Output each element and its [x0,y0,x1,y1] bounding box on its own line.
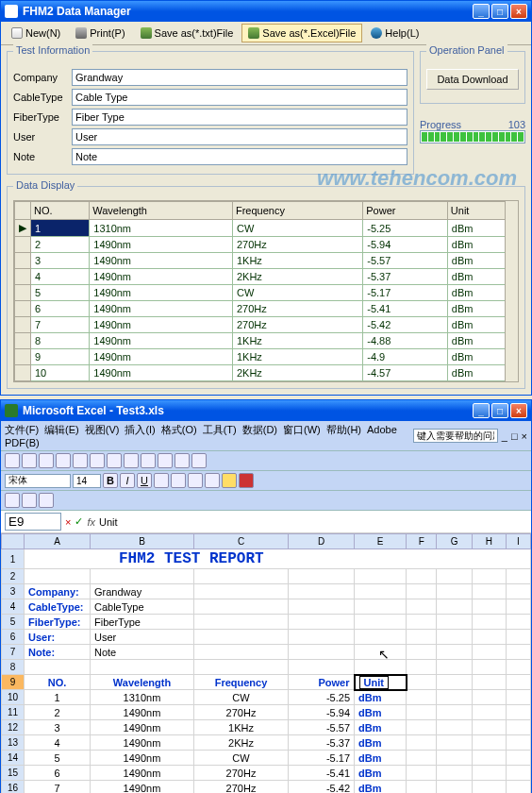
cut-icon[interactable] [73,453,88,468]
table-row[interactable]: 41490nm2KHz-5.37dBm [15,269,518,285]
table-row[interactable]: 5FiberType:FiberType [2,615,531,630]
maximize-button[interactable]: □ [491,403,508,418]
table-row[interactable]: 1231490nm1KHz-5.57dBm [2,720,531,735]
name-box[interactable] [5,513,61,531]
pdf-icon[interactable] [39,493,54,508]
table-row[interactable]: 3Company:Grandway [2,584,531,599]
pdf-icon[interactable] [5,493,20,508]
fill-color-icon[interactable] [222,473,237,488]
menu-item[interactable]: 文件(F) [5,424,39,435]
table-row[interactable]: 8 [2,660,531,675]
data-download-button[interactable]: Data Download [426,69,519,90]
font-color-icon[interactable] [239,473,254,488]
table-row[interactable]: 71490nm270Hz-5.42dBm [15,317,518,333]
fx-icon[interactable]: fx [87,516,95,528]
data-table[interactable]: NO.WavelengthFrequencyPowerUnit ▶11310nm… [14,201,518,381]
new-button[interactable]: New(N) [5,24,67,42]
chart-icon[interactable] [191,453,207,468]
table-row[interactable]: ▶11310nmCW-5.25dBm [15,220,518,237]
cabletype-input[interactable] [72,89,407,106]
doc-max-icon[interactable]: □ [511,430,518,442]
table-row[interactable]: 21490nm270Hz-5.94dBm [15,237,518,253]
copy-icon[interactable] [90,453,105,468]
column-header[interactable]: E [355,534,407,549]
bold-icon[interactable]: B [103,473,118,488]
underline-icon[interactable]: U [137,473,152,488]
save-txt-button[interactable]: Save as(*.txt)File [134,24,241,42]
menu-item[interactable]: 工具(T) [203,424,237,435]
data-header[interactable]: Power [289,675,355,690]
undo-icon[interactable] [124,453,139,468]
menu-item[interactable]: 插入(I) [125,424,155,435]
sort-desc-icon[interactable] [175,453,190,468]
column-header[interactable]: C [194,534,289,549]
menu-item[interactable]: 编辑(E) [44,424,79,435]
column-header[interactable]: Frequency [232,202,362,220]
maximize-button[interactable]: □ [491,4,508,19]
table-row[interactable]: 7Note:Note [2,645,531,660]
print-button[interactable]: Print(P) [69,24,131,42]
worksheet[interactable]: ↖ ABCDEFGHI 1FHM2 TEST REPORT23Company:G… [1,533,531,793]
column-header[interactable]: Wavelength [90,202,233,220]
italic-icon[interactable]: I [120,473,135,488]
minimize-button[interactable]: _ [473,403,490,418]
table-row[interactable]: 31490nm1KHz-5.57dBm [15,253,518,269]
help-search-input[interactable] [413,429,498,443]
data-header[interactable]: NO. [25,675,91,690]
align-left-icon[interactable] [154,473,169,488]
close-button[interactable]: × [510,403,527,418]
sort-asc-icon[interactable] [158,453,173,468]
data-header[interactable]: Frequency [194,675,289,690]
table-row[interactable]: 1671490nm270Hz-5.42dBm [2,781,531,794]
table-row[interactable]: 101490nm2KHz-4.57dBm [15,365,518,381]
column-header[interactable]: NO. [31,202,90,220]
menu-item[interactable]: 帮助(H) [326,424,361,435]
print-icon[interactable] [56,453,71,468]
titlebar[interactable]: Microsoft Excel - Test3.xls _ □ × [1,400,531,421]
vertical-scrollbar[interactable] [505,201,518,381]
pdf-icon[interactable] [22,493,37,508]
column-header[interactable]: A [25,534,91,549]
align-center-icon[interactable] [171,473,186,488]
menu-item[interactable]: 视图(V) [85,424,120,435]
table-row[interactable]: 6User:User [2,630,531,645]
column-header[interactable]: H [472,534,506,549]
table-row[interactable]: 4CableType:CableType [2,599,531,615]
help-button[interactable]: Help(L) [364,24,425,42]
table-row[interactable]: 1341490nm2KHz-5.37dBm [2,735,531,751]
paste-icon[interactable] [107,453,122,468]
table-row[interactable]: 81490nm1KHz-4.88dBm [15,333,518,349]
table-row[interactable]: 1451490nmCW-5.17dBm [2,751,531,766]
font-size-select[interactable] [73,474,101,488]
menu-item[interactable]: 窗口(W) [283,424,321,435]
cancel-icon[interactable]: × [65,516,71,528]
column-header[interactable]: F [407,534,437,549]
new-icon[interactable] [5,453,20,468]
table-row[interactable]: 51490nmCW-5.17dBm [15,285,518,301]
doc-close-icon[interactable]: × [522,430,527,442]
column-header[interactable]: G [437,534,472,549]
column-header[interactable]: B [91,534,194,549]
font-name-select[interactable] [5,474,71,488]
column-header[interactable]: I [506,534,530,549]
company-input[interactable] [72,69,407,86]
table-row[interactable]: 1FHM2 TEST REPORT [2,549,531,569]
titlebar[interactable]: FHM2 Data Manager _ □ × [1,1,531,22]
data-header[interactable]: Wavelength [91,675,194,690]
column-header[interactable]: D [289,534,355,549]
table-row[interactable]: 1561490nm270Hz-5.41dBm [2,766,531,781]
column-header[interactable]: Power [363,202,448,220]
align-right-icon[interactable] [188,473,203,488]
menu-item[interactable]: 数据(D) [242,424,277,435]
save-excel-button[interactable]: Save as(*.Excel)File [241,24,362,42]
redo-icon[interactable] [141,453,156,468]
fibertype-input[interactable] [72,109,407,126]
formula-value[interactable]: Unit [99,516,527,528]
note-input[interactable] [72,148,407,165]
save-icon[interactable] [39,453,54,468]
open-icon[interactable] [22,453,37,468]
table-row[interactable]: 91490nm1KHz-4.9dBm [15,349,518,365]
table-row[interactable]: 1121490nm270Hz-5.94dBm [2,705,531,720]
table-row[interactable]: 2 [2,569,531,584]
table-row[interactable]: 9NO.WavelengthFrequencyPowerUnit [2,675,531,690]
